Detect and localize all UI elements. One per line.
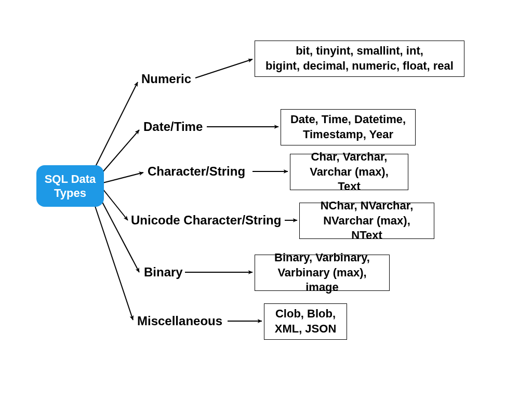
cat-text: Date/Time — [143, 119, 203, 134]
detail-text: bit, tinyint, smallint, int, bigint, dec… — [265, 44, 454, 73]
svg-line-2 — [103, 172, 143, 183]
svg-line-6 — [195, 59, 252, 78]
detail-text: Char, Varchar, Varchar (max), Text — [298, 150, 401, 194]
cat-text: Numeric — [141, 72, 191, 86]
detail-box-unicode-string: NChar, NVarchar, NVarchar (max), NText — [299, 203, 434, 239]
category-label-unicode-string: Unicode Character/String — [131, 212, 281, 229]
svg-line-1 — [99, 130, 139, 177]
category-label-binary: Binary — [144, 264, 183, 281]
root-node: SQL Data Types — [36, 165, 104, 207]
category-label-datetime: Date/Time — [143, 118, 203, 135]
detail-text: NChar, NVarchar, NVarchar (max), NText — [307, 198, 427, 243]
detail-box-datetime: Date, Time, Datetime, Timestamp, Year — [281, 109, 416, 145]
diagram-canvas: SQL Data Types Numeric Date/Time Charact… — [0, 0, 532, 399]
detail-box-binary: Binary, Varbinary, Varbinary (max), imag… — [255, 255, 390, 291]
cat-text: Character/String — [148, 164, 245, 179]
category-label-miscellaneous: Miscellaneous — [137, 313, 222, 329]
detail-box-character-string: Char, Varchar, Varchar (max), Text — [290, 154, 408, 190]
cat-text: Unicode Character/String — [131, 213, 281, 228]
root-label: SQL Data Types — [42, 172, 99, 201]
category-label-character-string: Character/String — [148, 163, 245, 180]
svg-line-3 — [103, 189, 128, 220]
detail-text: Binary, Varbinary, Varbinary (max), imag… — [262, 250, 382, 295]
detail-text: Clob, Blob, XML, JSON — [275, 307, 337, 336]
category-label-numeric: Numeric — [141, 71, 191, 87]
detail-box-numeric: bit, tinyint, smallint, int, bigint, dec… — [255, 41, 464, 77]
cat-text: Miscellaneous — [137, 314, 222, 328]
cat-text: Binary — [144, 265, 183, 280]
svg-line-0 — [94, 82, 138, 170]
svg-line-5 — [94, 202, 133, 320]
detail-box-miscellaneous: Clob, Blob, XML, JSON — [264, 303, 347, 340]
detail-text: Date, Time, Datetime, Timestamp, Year — [290, 112, 406, 142]
svg-line-4 — [99, 195, 139, 272]
